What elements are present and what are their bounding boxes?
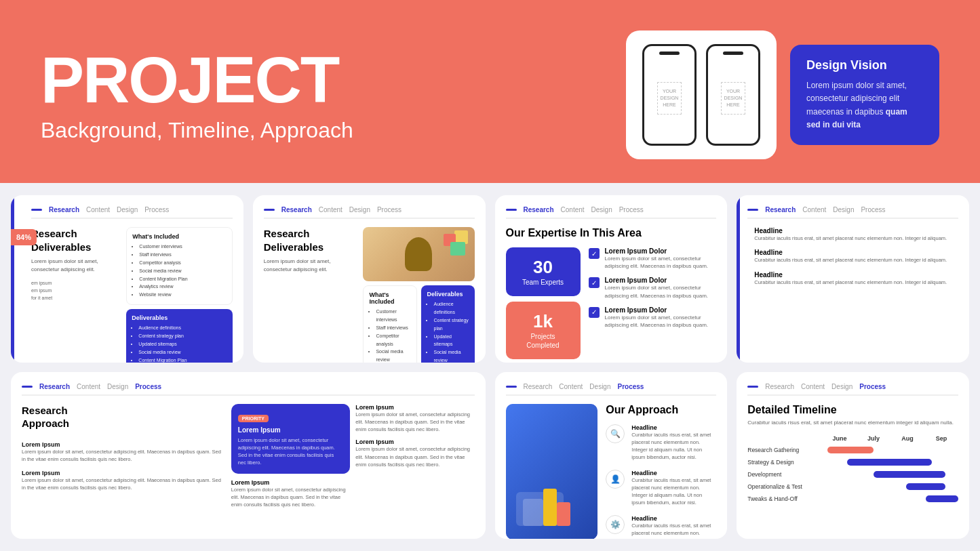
white-lorem-3: Lorem Ipsum Lorem ipsum dolor sit amet, … <box>355 438 474 468</box>
hero-right: YOURDESIGNHERE YOURDESIGNHERE Design Vis… <box>626 30 939 159</box>
our-approach-img <box>506 404 598 539</box>
timeline-header: June July Aug Sep <box>747 435 958 442</box>
nav-content-6[interactable]: Content <box>559 383 583 390</box>
expertise-grid: 30 Team Experts 1k Projects Completed ✓ … <box>506 247 717 359</box>
nav-content[interactable]: Content <box>86 206 110 213</box>
bar-area-tweaks <box>827 495 958 503</box>
slide-5: Research Content Design Process Research… <box>11 372 486 539</box>
slide-nav-5: Research Content Design Process <box>22 383 475 396</box>
nav-dot-3 <box>506 209 517 211</box>
row-label-strategy: Strategy & Design <box>747 459 822 466</box>
included-card: What's Included Customer interviews Staf… <box>126 227 232 305</box>
nav-research-6[interactable]: Research <box>524 383 553 390</box>
nav-dot-2 <box>264 209 275 211</box>
our-approach-title: Our Approach <box>606 404 716 416</box>
approach-icon-text-2: Headline Curabitur iaculis risus erat, s… <box>631 470 716 507</box>
deliverables-title: Research Deliverables <box>31 227 119 253</box>
stat-num-team: 30 <box>517 257 570 278</box>
nav-research-4[interactable]: Research <box>765 206 796 213</box>
priority-card: PRIORITY Lorem Ipsum Lorem ipsum dolor s… <box>231 404 350 474</box>
white-body-1: Lorem ipsum dolor sit amet, consectetur … <box>231 486 350 509</box>
lorem-col: Lorem Ipsum Lorem ipsum dolor sit amet, … <box>22 441 224 492</box>
bar-research <box>827 447 873 453</box>
month-july: July <box>857 435 890 442</box>
nav-process-6[interactable]: Process <box>617 383 644 390</box>
stat-label-team: Team Experts <box>517 278 570 287</box>
hero-section: PROJECT Background, Timeline, Approach Y… <box>0 0 980 183</box>
nav-content-3[interactable]: Content <box>561 206 585 213</box>
phone-inner-1: YOURDESIGNHERE <box>657 82 682 114</box>
nav-research-7[interactable]: Research <box>765 383 794 390</box>
timeline-row-strategy: Strategy & Design <box>747 458 958 466</box>
body-2: Curabitur iaculis risus erat, sit amet p… <box>754 256 958 264</box>
nav-research-3[interactable]: Research <box>524 206 554 213</box>
slide-5-right: PRIORITY Lorem Ipsum Lorem ipsum dolor s… <box>231 404 475 509</box>
slide-nav-3: Research Content Design Process <box>506 206 717 219</box>
month-june: June <box>823 435 857 442</box>
nav-design-7[interactable]: Design <box>831 383 852 390</box>
deliverables-desc: Lorem ipsum dolor sit amet, consectetur … <box>31 258 119 274</box>
search-icon: 🔍 <box>606 424 625 443</box>
stat-box-projects: 1k Projects Completed <box>506 302 581 359</box>
approach-headline-3: Headline <box>631 515 716 522</box>
nav-process-4[interactable]: Process <box>861 206 885 213</box>
slide-6: Research Content Design Process Our Appr… <box>495 372 728 539</box>
nav-research-5[interactable]: Research <box>39 383 70 390</box>
lorem-title-1: Lorem Ipsum <box>22 441 224 448</box>
check-icon-3: ✓ <box>589 307 600 318</box>
lorem-item-1: Lorem Ipsum Lorem ipsum dolor sit amet, … <box>22 441 224 464</box>
slide-5-left: ResearchApproach Lorem Ipsum Lorem ipsum… <box>22 404 224 509</box>
nav-process-5[interactable]: Process <box>135 383 161 390</box>
slide-3: Research Content Design Process Our Expe… <box>495 195 728 363</box>
bullet-title-2: Lorem Ipsum Dolor <box>605 277 717 284</box>
slide-nav-2: Research Content Design Process <box>264 206 475 219</box>
body-1: Curabitur iaculis risus erat, sit amet p… <box>754 234 958 242</box>
nav-process[interactable]: Process <box>144 206 169 213</box>
nav-design-2[interactable]: Design <box>349 206 370 213</box>
nav-content-7[interactable]: Content <box>801 383 825 390</box>
row-label-ops: Operationalize & Test <box>747 483 822 490</box>
nav-design-3[interactable]: Design <box>591 206 612 213</box>
approach-body-2: Curabitur iaculis risus erat, sit amet p… <box>631 476 716 507</box>
timeline-row-research: Research Gathering <box>747 446 958 454</box>
slide-2: Research Content Design Process Research… <box>253 195 486 363</box>
nav-design[interactable]: Design <box>117 206 138 213</box>
approach-icon-item-2: 👤 Headline Curabitur iaculis risus erat,… <box>606 470 716 507</box>
bullet-body-2: Lorem ipsum dolor sit amet, consectetur … <box>605 284 717 299</box>
month-aug: Aug <box>890 435 924 442</box>
nav-design-5[interactable]: Design <box>107 383 128 390</box>
nav-research[interactable]: Research <box>49 206 79 213</box>
nav-process-7[interactable]: Process <box>859 383 886 390</box>
nav-design-4[interactable]: Design <box>833 206 854 213</box>
approach-body-1: Curabitur iaculis risus erat, sit amet p… <box>631 431 716 462</box>
bar-ops <box>906 483 945 490</box>
month-sep: Sep <box>924 435 958 442</box>
person-icon: 👤 <box>606 470 625 489</box>
nav-design-6[interactable]: Design <box>589 383 610 390</box>
slide-nav-4: Research Content Design Process <box>747 206 958 219</box>
approach-item-3: Headline Curabitur iaculis risus erat, s… <box>754 271 958 286</box>
deliverables-card-2: Deliverables Audience definitions Conten… <box>421 285 474 363</box>
nav-process-2[interactable]: Process <box>377 206 401 213</box>
approach-main-title: ResearchApproach <box>22 404 224 430</box>
phone-frame-1: YOURDESIGNHERE <box>642 44 697 146</box>
slide-2-left: Research Deliverables Lorem ipsum dolor … <box>264 227 357 274</box>
timeline-subtitle: Curabitur iaculis risus erat, sit amet p… <box>747 419 958 427</box>
lorem-body-1: Lorem ipsum dolor sit amet, consectetur … <box>22 448 224 464</box>
nav-dot <box>31 209 42 211</box>
lorem-title-2: Lorem Ipsum <box>22 470 224 476</box>
gear-icon: ⚙️ <box>606 515 625 534</box>
bullet-1: ✓ Lorem Ipsum Dolor Lorem ipsum dolor si… <box>589 247 717 270</box>
nav-content-4[interactable]: Content <box>802 206 826 213</box>
nav-process-3[interactable]: Process <box>619 206 644 213</box>
body-3: Curabitur iaculis risus erat, sit amet p… <box>754 279 958 286</box>
lorem-body-2: Lorem ipsum dolor sit amet, consectetur … <box>22 476 224 492</box>
nav-content-5[interactable]: Content <box>77 383 100 390</box>
bar-area-strategy <box>827 458 958 466</box>
nav-content-2[interactable]: Content <box>319 206 342 213</box>
expertise-stats: 30 Team Experts 1k Projects Completed <box>506 247 581 359</box>
included-list: Customer interviews Staff interviews Com… <box>132 243 226 299</box>
design-vision-title: Design Vision <box>806 58 923 73</box>
approach-icon-text-1: Headline Curabitur iaculis risus erat, s… <box>631 424 716 462</box>
nav-research-2[interactable]: Research <box>281 206 312 213</box>
